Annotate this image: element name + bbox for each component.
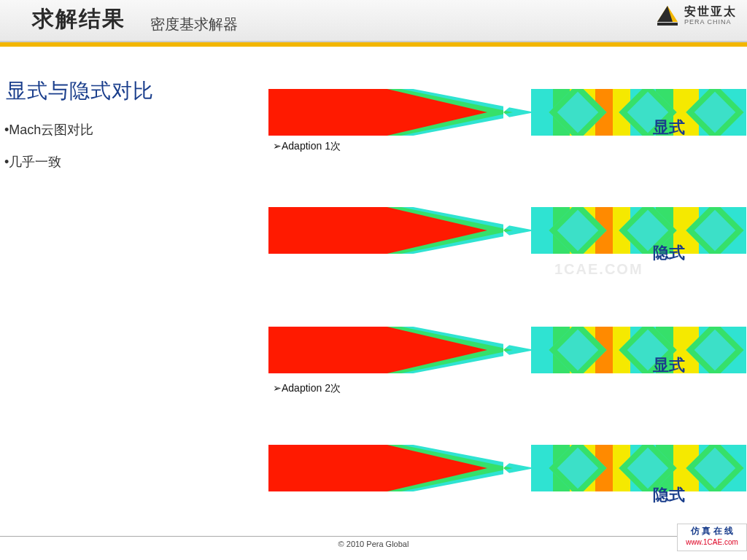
brand-logo: 安世亚太 PERA CHINA bbox=[655, 4, 737, 26]
pera-logo-icon bbox=[655, 4, 680, 26]
label-implicit: 隐式 bbox=[653, 242, 685, 264]
slide-title: 求解结果 bbox=[32, 4, 125, 34]
slide-header: 求解结果 密度基求解器 安世亚太 PERA CHINA bbox=[0, 0, 747, 42]
section-heading: 显式与隐式对比 bbox=[6, 77, 154, 105]
contour-implicit bbox=[268, 179, 746, 281]
slide-subtitle: 密度基求解器 bbox=[150, 15, 238, 34]
figure-caption-2: ➢Adaption 2次 bbox=[273, 382, 341, 395]
figure-caption-1: ➢Adaption 1次 bbox=[273, 140, 341, 153]
source-badge: 仿 真 在 线 www.1CAE.com bbox=[677, 524, 747, 551]
bullet-item: •几乎一致 bbox=[4, 153, 61, 171]
label-implicit: 隐式 bbox=[653, 484, 685, 506]
bullet-item: •Mach云图对比 bbox=[4, 121, 93, 139]
svg-rect-2 bbox=[657, 23, 678, 26]
slide-footer: © 2010 Pera Global bbox=[0, 536, 747, 551]
label-explicit: 显式 bbox=[653, 354, 685, 376]
badge-url: www.1CAE.com bbox=[678, 537, 746, 547]
copyright-text: © 2010 Pera Global bbox=[338, 540, 409, 548]
badge-title: 仿 真 在 线 bbox=[678, 526, 746, 537]
label-explicit: 显式 bbox=[653, 117, 685, 139]
watermark: 1CAE.COM bbox=[554, 261, 643, 278]
logo-text: 安世亚太 bbox=[684, 5, 737, 18]
logo-subtext: PERA CHINA bbox=[684, 18, 737, 26]
slide-body: 显式与隐式对比 •Mach云图对比 •几乎一致 ➢Adaption 1次 bbox=[0, 47, 747, 551]
